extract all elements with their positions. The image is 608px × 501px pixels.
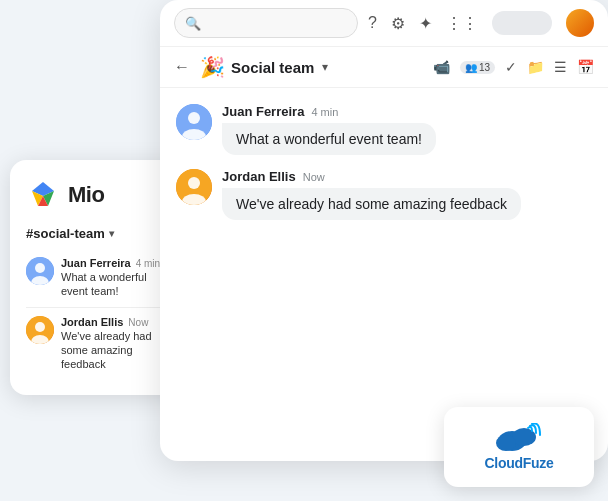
mio-divider <box>26 307 174 308</box>
gchat-msg-name-2: Jordan Ellis <box>222 169 296 184</box>
svg-point-5 <box>35 263 45 273</box>
gchat-bubble-1: What a wonderful event team! <box>222 123 436 155</box>
gchat-msg-name-1: Juan Ferreira <box>222 104 304 119</box>
gchat-account-button[interactable] <box>492 11 552 35</box>
cloudfuze-brand-name: CloudFuze <box>485 455 554 471</box>
gchat-messages-area: Juan Ferreira 4 min What a wonderful eve… <box>160 88 608 461</box>
back-icon[interactable]: ← <box>174 58 190 76</box>
folder-icon[interactable]: 📁 <box>527 59 544 75</box>
svg-point-11 <box>188 112 200 124</box>
gchat-topbar-icons: ? ⚙ ✦ ⋮⋮ <box>368 9 594 37</box>
mio-msg-text-1: What a wonderful event team! <box>61 270 174 299</box>
mio-logo-area: Mio <box>26 178 174 212</box>
settings-icon[interactable]: ⚙ <box>391 14 405 33</box>
gchat-message-2: Jordan Ellis Now We've already had some … <box>176 169 592 220</box>
mio-msg-time-2: Now <box>128 317 148 328</box>
mio-msg-text-2: We've already had some amazing feedback <box>61 329 174 372</box>
gchat-msg-time-1: 4 min <box>311 106 338 118</box>
sparkle-icon[interactable]: ✦ <box>419 14 432 33</box>
gchat-avatar-jordan <box>176 169 212 205</box>
mio-msg-name-2: Jordan Ellis <box>61 316 123 328</box>
channel-chevron-icon: ▾ <box>322 60 328 74</box>
channel-emoji: 🎉 <box>200 55 225 79</box>
svg-point-18 <box>496 435 516 451</box>
gchat-bubble-2: We've already had some amazing feedback <box>222 188 521 220</box>
gchat-msg-body-1: Juan Ferreira 4 min What a wonderful eve… <box>222 104 436 155</box>
mio-message-2: Jordan Ellis Now We've already had some … <box>26 316 174 372</box>
gchat-card: 🔍 ? ⚙ ✦ ⋮⋮ ← 🎉 Social team ▾ 📹 👥 13 ✓ 📁 … <box>160 0 608 461</box>
members-icon: 👥 <box>465 62 477 73</box>
members-count: 13 <box>479 62 490 73</box>
apps-icon[interactable]: ⋮⋮ <box>446 14 478 33</box>
cloudfuze-cloud-icon <box>494 423 544 451</box>
mio-channel-chevron-icon: ▾ <box>109 228 114 239</box>
mio-logo-icon <box>26 178 60 212</box>
gchat-channel-actions: 📹 👥 13 ✓ 📁 ☰ 📅 <box>433 59 594 75</box>
video-icon[interactable]: 📹 <box>433 59 450 75</box>
mio-message-1: Juan Ferreira 4 min What a wonderful eve… <box>26 257 174 299</box>
mio-avatar-juan <box>26 257 54 285</box>
task-icon[interactable]: ☰ <box>554 59 567 75</box>
cloudfuze-logo <box>494 423 544 451</box>
help-icon[interactable]: ? <box>368 14 377 32</box>
gchat-topbar: 🔍 ? ⚙ ✦ ⋮⋮ <box>160 0 608 47</box>
mio-msg-header-2: Jordan Ellis Now <box>61 316 174 328</box>
svg-point-8 <box>35 322 45 332</box>
members-badge: 👥 13 <box>460 61 495 74</box>
check-icon[interactable]: ✓ <box>505 59 517 75</box>
gchat-msg-meta-2: Jordan Ellis Now <box>222 169 521 184</box>
gchat-message-1: Juan Ferreira 4 min What a wonderful eve… <box>176 104 592 155</box>
gchat-avatar-juan <box>176 104 212 140</box>
svg-point-14 <box>188 177 200 189</box>
search-icon: 🔍 <box>185 16 201 31</box>
gchat-channel-bar: ← 🎉 Social team ▾ 📹 👥 13 ✓ 📁 ☰ 📅 <box>160 47 608 88</box>
gchat-channel-name: Social team <box>231 59 314 76</box>
gchat-msg-time-2: Now <box>303 171 325 183</box>
mio-msg-header-1: Juan Ferreira 4 min <box>61 257 174 269</box>
gchat-msg-meta-1: Juan Ferreira 4 min <box>222 104 436 119</box>
mio-avatar-jordan <box>26 316 54 344</box>
mio-msg-name-1: Juan Ferreira <box>61 257 131 269</box>
mio-msg-content-2: Jordan Ellis Now We've already had some … <box>61 316 174 372</box>
gchat-search-bar[interactable]: 🔍 <box>174 8 358 38</box>
calendar-icon[interactable]: 📅 <box>577 59 594 75</box>
mio-msg-time-1: 4 min <box>136 258 160 269</box>
cloudfuze-card: CloudFuze <box>444 407 594 487</box>
mio-brand-name: Mio <box>68 182 104 208</box>
gchat-user-avatar[interactable] <box>566 9 594 37</box>
mio-channel-name: #social-team <box>26 226 105 241</box>
mio-msg-content-1: Juan Ferreira 4 min What a wonderful eve… <box>61 257 174 299</box>
mio-channel-header: #social-team ▾ <box>26 226 174 247</box>
gchat-msg-body-2: Jordan Ellis Now We've already had some … <box>222 169 521 220</box>
